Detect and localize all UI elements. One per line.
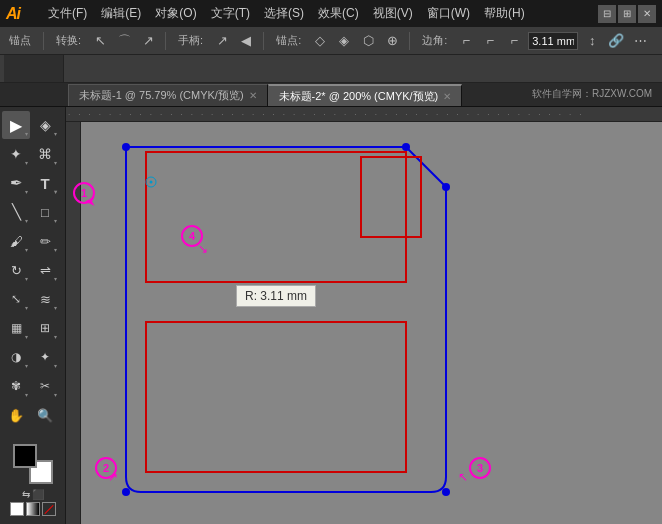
blend-tool[interactable]: ✾▾: [2, 372, 30, 400]
menu-effect[interactable]: 效果(C): [312, 3, 365, 24]
mesh-tool[interactable]: ⊞▾: [31, 314, 59, 342]
corner-value-input[interactable]: [528, 32, 578, 50]
menu-select[interactable]: 选择(S): [258, 3, 310, 24]
win-maximize[interactable]: ⊞: [618, 5, 636, 23]
handle-br: [442, 488, 450, 496]
handle-tr-start: [402, 143, 410, 151]
floppy-bottom-area: [146, 322, 406, 472]
origin-dot: [150, 181, 153, 184]
win-minimize[interactable]: ⊟: [598, 5, 616, 23]
tool-row-8: ▦▾ ⊞▾: [2, 314, 63, 342]
handle-tr-end: [442, 183, 450, 191]
default-colors-icon[interactable]: ⬛: [32, 489, 44, 500]
handle-label: 手柄:: [173, 31, 208, 50]
gradient-mode-btn[interactable]: [26, 502, 40, 516]
anchor-icon-3[interactable]: ⬡: [358, 31, 378, 51]
transform-icon-1[interactable]: ↖: [90, 31, 110, 51]
tab-2[interactable]: 未标题-2* @ 200% (CMYK/预览) ✕: [268, 84, 463, 106]
warp-tool[interactable]: ≋▾: [31, 285, 59, 313]
zoom-tool[interactable]: 🔍: [31, 401, 59, 429]
title-bar: Ai 文件(F) 编辑(E) 对象(O) 文字(T) 选择(S) 效果(C) 视…: [0, 0, 662, 27]
floppy-blue-outline: [126, 147, 446, 492]
arrow-4: ↘: [198, 242, 208, 256]
sep1: [43, 32, 44, 50]
floppy-label-area: [146, 152, 406, 282]
menu-view[interactable]: 视图(V): [367, 3, 419, 24]
swap-colors-icon[interactable]: ⇆: [22, 489, 30, 500]
anchor-icon-2[interactable]: ◈: [334, 31, 354, 51]
menu-edit[interactable]: 编辑(E): [95, 3, 147, 24]
tool-row-7: ⤡▾ ≋▾: [2, 285, 63, 313]
menu-window[interactable]: 窗口(W): [421, 3, 476, 24]
tab-1-close[interactable]: ✕: [249, 90, 257, 101]
r-tooltip: R: 3.11 mm: [236, 285, 316, 307]
corner-link-icon[interactable]: 🔗: [606, 31, 626, 51]
ruler-corner: [4, 55, 64, 82]
corner-icon-3[interactable]: ⌐: [504, 31, 524, 51]
rotate-tool[interactable]: ↻▾: [2, 256, 30, 284]
ruler-horizontal: ········································…: [66, 107, 662, 122]
transform-icon-2[interactable]: ⌒: [114, 31, 134, 51]
anchor2-label: 锚点:: [271, 31, 306, 50]
transform-label: 转换:: [51, 31, 86, 50]
hand-tool[interactable]: ✋: [2, 401, 30, 429]
color-mode-controls: [6, 502, 59, 516]
tab-bar: 未标题-1 @ 75.79% (CMYK/预览) ✕ 未标题-2* @ 200%…: [0, 83, 662, 107]
magic-wand-tool[interactable]: ✦▾: [2, 140, 30, 168]
tool-row-4: ╲▾ □▾: [2, 198, 63, 226]
line-tool[interactable]: ╲▾: [2, 198, 30, 226]
menu-text[interactable]: 文字(T): [205, 3, 256, 24]
tab-1[interactable]: 未标题-1 @ 75.79% (CMYK/预览) ✕: [68, 84, 268, 106]
scissors-tool[interactable]: ✂▾: [31, 372, 59, 400]
menu-help[interactable]: 帮助(H): [478, 3, 531, 24]
watermark-text: 软件自学网：RJZXW.COM: [532, 87, 652, 103]
corner-icon-1[interactable]: ⌐: [456, 31, 476, 51]
pencil-tool[interactable]: ✏▾: [31, 227, 59, 255]
arrow-3: ↖: [458, 470, 468, 484]
menu-file[interactable]: 文件(F): [42, 3, 93, 24]
gradient-tool[interactable]: ◑▾: [2, 343, 30, 371]
left-toolbar: ▶▾ ◈▾ ✦▾ ⌘▾ ✒▾ T▾ ╲▾ □▾ 🖌▾ ✏▾ ↻▾ ⇌▾ ⤡▾ ≋…: [0, 107, 66, 524]
brush-tool[interactable]: 🖌▾: [2, 227, 30, 255]
lasso-tool[interactable]: ⌘▾: [31, 140, 59, 168]
tool-row-11: ✋ 🔍: [2, 401, 63, 429]
handle-icon-1[interactable]: ↗: [212, 31, 232, 51]
selection-tool[interactable]: ▶▾: [2, 111, 30, 139]
anchor-icon-1[interactable]: ◇: [310, 31, 330, 51]
rect-tool[interactable]: □▾: [31, 198, 59, 226]
floppy-svg: [106, 137, 486, 507]
handle-icon-2[interactable]: ◀: [236, 31, 256, 51]
type-tool[interactable]: T▾: [31, 169, 59, 197]
color-swatches: [11, 442, 55, 486]
toolbar-row1: 锚点 转换: ↖ ⌒ ↗ 手柄: ↗ ◀ 锚点: ◇ ◈ ⬡ ⊕ 边角: ⌐ ⌐…: [0, 27, 662, 55]
scale-tool[interactable]: ⤡▾: [2, 285, 30, 313]
corner-extra-icon[interactable]: ⋯: [630, 31, 650, 51]
arrow-1: ➤: [84, 194, 96, 210]
none-mode-btn[interactable]: [42, 502, 56, 516]
tool-row-3: ✒▾ T▾: [2, 169, 63, 197]
eyedropper-tool[interactable]: ✦▾: [31, 343, 59, 371]
fill-mode-btn[interactable]: [10, 502, 24, 516]
tab-2-close[interactable]: ✕: [443, 91, 451, 102]
sep4: [409, 32, 410, 50]
pen-tool[interactable]: ✒▾: [2, 169, 30, 197]
tool-row-6: ↻▾ ⇌▾: [2, 256, 63, 284]
win-close[interactable]: ✕: [638, 5, 656, 23]
tool-row-2: ✦▾ ⌘▾: [2, 140, 63, 168]
tool-row-10: ✾▾ ✂▾: [2, 372, 63, 400]
corner-icon-2[interactable]: ⌐: [480, 31, 500, 51]
anchor-icon-4[interactable]: ⊕: [382, 31, 402, 51]
floppy-protect-hole: [361, 157, 421, 237]
tool-row-9: ◑▾ ✦▾: [2, 343, 63, 371]
corner-unit-icon[interactable]: ↕: [582, 31, 602, 51]
menu-object[interactable]: 对象(O): [149, 3, 202, 24]
fill-swatch[interactable]: [13, 444, 37, 468]
transform-icon-3[interactable]: ↗: [138, 31, 158, 51]
direct-selection-tool[interactable]: ◈▾: [31, 111, 59, 139]
anchor-label: 锚点: [4, 31, 36, 50]
graph-tool[interactable]: ▦▾: [2, 314, 30, 342]
canvas-area[interactable]: ········································…: [66, 107, 662, 524]
tool-row-1: ▶▾ ◈▾: [2, 111, 63, 139]
reflect-tool[interactable]: ⇌▾: [31, 256, 59, 284]
sep3: [263, 32, 264, 50]
